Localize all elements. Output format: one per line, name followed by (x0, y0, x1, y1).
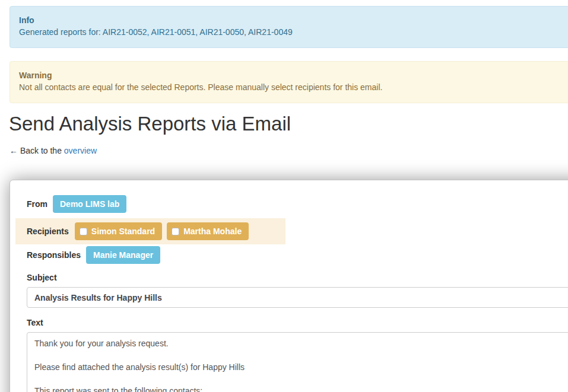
from-row: From Demo LIMS lab (27, 195, 126, 213)
recipient-badge[interactable]: Simon Standard (75, 222, 162, 240)
from-label: From (27, 199, 47, 209)
breadcrumb: ← Back to the overview (9, 145, 97, 157)
recipient-name: Martha Mohale (183, 227, 242, 236)
back-text: ← Back to the (9, 146, 62, 155)
recipients-label: Recipients (27, 227, 69, 236)
recipient-name: Simon Standard (91, 227, 155, 236)
recipient-checkbox[interactable] (172, 228, 179, 235)
recipient-badge[interactable]: Martha Mohale (167, 222, 249, 240)
page-title: Send Analysis Reports via Email (9, 113, 291, 135)
from-badge: Demo LIMS lab (53, 195, 126, 213)
responsibles-label: Responsibles (27, 250, 81, 260)
recipients-badges: Simon Standard Martha Mohale (75, 222, 249, 240)
warning-alert-title: Warning (19, 69, 568, 81)
subject-label: Subject (27, 273, 57, 282)
overview-link[interactable]: overview (64, 146, 97, 155)
text-label: Text (27, 318, 43, 327)
responsibles-badge: Manie Manager (86, 246, 160, 264)
warning-alert: Warning Not all contacts are equal for t… (9, 61, 568, 103)
info-alert: Info Generated reports for: AIR21-0052, … (9, 6, 568, 48)
recipients-row: Recipients Simon Standard Martha Mohale (15, 218, 285, 244)
info-alert-message: Generated reports for: AIR21-0052, AIR21… (19, 26, 568, 38)
email-form-panel: From Demo LIMS lab Recipients Simon Stan… (9, 180, 568, 392)
subject-input[interactable] (27, 287, 568, 308)
info-alert-title: Info (19, 14, 568, 26)
recipient-checkbox[interactable] (80, 228, 87, 235)
warning-alert-message: Not all contacts are equal for the selec… (19, 81, 568, 93)
responsibles-row: Responsibles Manie Manager (27, 246, 160, 264)
email-body-textarea[interactable]: Thank you for your analysis request. Ple… (27, 332, 568, 392)
